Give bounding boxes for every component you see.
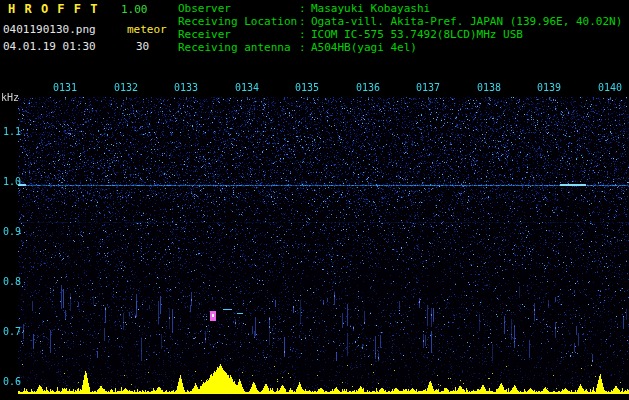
freq-tick: 0.7 (3, 326, 21, 337)
info-label: Receiver (178, 28, 299, 41)
app-title: H R O F F T (8, 2, 98, 16)
info-row: Receiving antenna:A504HB(yagi 4el) (178, 41, 622, 54)
info-label: Receiving Location (178, 15, 299, 28)
freq-tick: 0.9 (3, 226, 21, 237)
time-tick: 0132 (114, 82, 138, 93)
info-separator: : (299, 28, 311, 41)
time-tick: 0133 (174, 82, 198, 93)
info-label: Observer (178, 2, 299, 15)
freq-tick: 0.8 (3, 276, 21, 287)
time-tick: 0134 (235, 82, 259, 93)
time-tick: 0136 (356, 82, 380, 93)
info-value: Ogata-vill. Akita-Pref. JAPAN (139.96E, … (311, 15, 622, 28)
time-tick: 0139 (537, 82, 561, 93)
meteor-count-value: 30 (136, 40, 149, 53)
info-value: ICOM IC-575 53.7492(8LCD)MHz USB (311, 28, 523, 41)
freq-tick: 1.1 (3, 126, 21, 137)
output-filename: 0401190130.png (3, 23, 96, 36)
freq-unit-label: kHz (1, 92, 19, 103)
info-row: Receiving Location:Ogata-vill. Akita-Pre… (178, 15, 622, 28)
info-separator: : (299, 15, 311, 28)
info-value: A504HB(yagi 4el) (311, 41, 417, 54)
info-label: Receiving antenna (178, 41, 299, 54)
app-version: 1.00 (121, 3, 148, 16)
info-row: Observer:Masayuki Kobayashi (178, 2, 622, 15)
freq-tick: 0.6 (3, 376, 21, 387)
time-tick: 0137 (416, 82, 440, 93)
info-row: Receiver:ICOM IC-575 53.7492(8LCD)MHz US… (178, 28, 622, 41)
time-tick: 0140 (598, 82, 622, 93)
spectrogram-canvas (18, 97, 629, 395)
station-info: Observer:Masayuki Kobayashi Receiving Lo… (178, 2, 622, 54)
freq-tick: 1.0 (3, 176, 21, 187)
time-tick: 0138 (477, 82, 501, 93)
info-separator: : (299, 2, 311, 15)
time-tick: 0135 (295, 82, 319, 93)
mode-label: meteor (127, 23, 167, 36)
info-separator: : (299, 41, 311, 54)
info-value: Masayuki Kobayashi (311, 2, 430, 15)
hrofft-window: H R O F F T 1.00 0401190130.png meteor 0… (0, 0, 629, 400)
datetime-label: 04.01.19 01:30 (3, 40, 96, 53)
time-tick: 0131 (53, 82, 77, 93)
